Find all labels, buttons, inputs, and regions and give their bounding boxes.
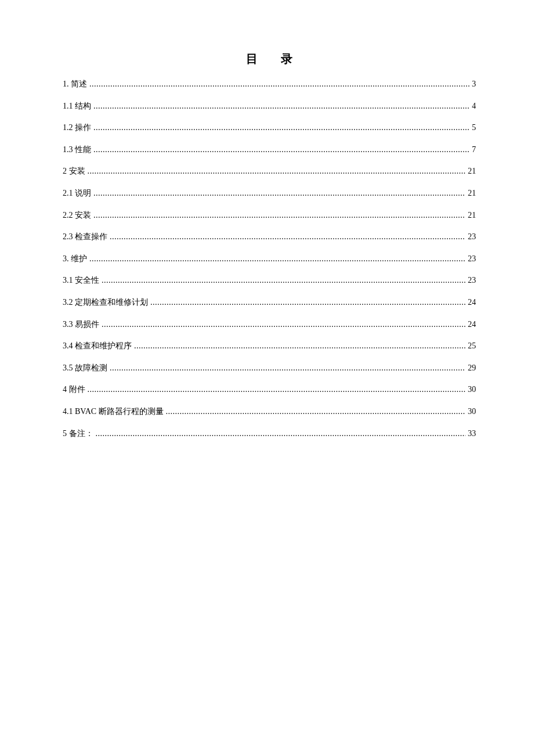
toc-entry-page: 29 <box>468 362 476 374</box>
toc-entry-page: 24 <box>468 297 476 308</box>
toc-leader-dots <box>150 297 466 308</box>
toc-entry-label: 2.2 安装 <box>63 210 91 221</box>
toc-item: 5 备注： 33 <box>63 428 476 440</box>
page-title: 目录 <box>63 51 476 67</box>
toc-item: 3.1 安全性 23 <box>63 275 476 286</box>
toc-item: 4 附件 30 <box>63 384 476 395</box>
toc-entry-label: 1. 简述 <box>63 78 87 90</box>
toc-leader-dots <box>110 231 466 243</box>
toc-item: 2.1 说明 21 <box>63 188 476 199</box>
toc-entry-label: 1.3 性能 <box>63 144 91 156</box>
toc-entry-page: 30 <box>468 384 476 395</box>
toc-leader-dots <box>96 428 466 440</box>
toc-item: 3.5 故障检测 29 <box>63 362 476 374</box>
toc-entry-page: 5 <box>472 122 476 134</box>
toc-entry-label: 1.1 结构 <box>63 100 91 112</box>
toc-leader-dots <box>88 384 466 395</box>
toc-leader-dots <box>93 210 466 221</box>
toc-leader-dots <box>89 253 466 265</box>
toc-entry-page: 23 <box>468 253 476 265</box>
toc-item: 1.2 操作 5 <box>63 122 476 134</box>
toc-entry-label: 3.2 定期检查和维修计划 <box>63 297 148 308</box>
toc-entry-page: 30 <box>468 406 476 417</box>
toc-item: 3.3 易损件 24 <box>63 319 476 330</box>
toc-entry-label: 3.4 检查和维护程序 <box>63 340 132 352</box>
toc-item: 4.1 BVAC 断路器行程的测量 30 <box>63 406 476 417</box>
toc-leader-dots <box>110 362 466 374</box>
toc-entry-label: 2.3 检查操作 <box>63 231 107 243</box>
toc-entry-page: 25 <box>468 340 476 352</box>
toc-entry-page: 4 <box>472 100 476 112</box>
toc-item: 3.2 定期检查和维修计划 24 <box>63 297 476 308</box>
toc-entry-page: 3 <box>472 78 476 90</box>
toc-entry-page: 23 <box>468 231 476 243</box>
toc-entry-label: 3.3 易损件 <box>63 319 99 330</box>
toc-item: 2 安装 21 <box>63 165 476 177</box>
toc-entry-page: 21 <box>468 165 476 177</box>
toc-leader-dots <box>93 100 470 112</box>
toc-item: 1.1 结构 4 <box>63 100 476 112</box>
toc-entry-label: 3. 维护 <box>63 253 87 265</box>
toc-list: 1. 简述 3 1.1 结构 4 1.2 操作 5 1.3 性能 7 2 安装 … <box>63 78 476 439</box>
toc-entry-label: 2 安装 <box>63 165 85 177</box>
toc-leader-dots <box>102 319 466 330</box>
toc-leader-dots <box>89 78 470 90</box>
toc-leader-dots <box>93 122 470 134</box>
toc-entry-label: 3.5 故障检测 <box>63 362 107 374</box>
toc-entry-label: 1.2 操作 <box>63 122 91 134</box>
toc-entry-page: 33 <box>468 428 476 440</box>
toc-entry-label: 5 备注： <box>63 428 93 440</box>
toc-item: 1.3 性能 7 <box>63 144 476 156</box>
toc-entry-label: 4.1 BVAC 断路器行程的测量 <box>63 406 164 417</box>
toc-entry-label: 3.1 安全性 <box>63 275 99 286</box>
toc-item: 3.4 检查和维护程序 25 <box>63 340 476 352</box>
toc-item: 2.2 安装 21 <box>63 210 476 221</box>
toc-leader-dots <box>93 144 470 156</box>
toc-leader-dots <box>166 406 466 417</box>
toc-entry-page: 24 <box>468 319 476 330</box>
toc-item: 1. 简述 3 <box>63 78 476 90</box>
toc-entry-page: 23 <box>468 275 476 286</box>
toc-entry-label: 2.1 说明 <box>63 188 91 199</box>
toc-entry-page: 21 <box>468 210 476 221</box>
toc-leader-dots <box>134 340 466 352</box>
toc-item: 2.3 检查操作 23 <box>63 231 476 243</box>
toc-entry-label: 4 附件 <box>63 384 85 395</box>
toc-item: 3. 维护 23 <box>63 253 476 265</box>
toc-leader-dots <box>88 165 466 177</box>
toc-entry-page: 7 <box>472 144 476 156</box>
toc-entry-page: 21 <box>468 188 476 199</box>
toc-leader-dots <box>102 275 466 286</box>
toc-leader-dots <box>93 188 466 199</box>
